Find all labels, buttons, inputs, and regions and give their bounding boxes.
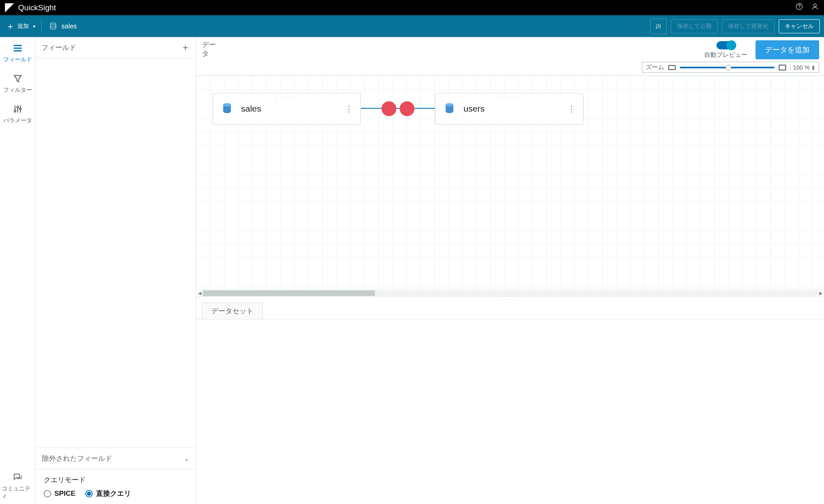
canvas-h-scrollbar[interactable]: ◀ ▶ — [196, 289, 824, 297]
join-handle-right[interactable] — [400, 101, 414, 116]
fields-panel: フィールド ＋ 除外されたフィールド ⌄ クエリモード SPICE 直接クエリ — [35, 37, 196, 504]
sidebar-item-parameters[interactable]: パラメータ — [0, 98, 35, 128]
sidebar-item-filters[interactable]: フィルター — [0, 68, 35, 98]
join-handle-left[interactable] — [382, 101, 396, 116]
svg-point-11 — [223, 103, 231, 107]
table-node-users[interactable]: : : : : : : users ⋮ — [435, 93, 583, 124]
node-label: sales — [241, 104, 261, 114]
community-icon — [12, 472, 23, 483]
database-icon — [49, 22, 57, 30]
zoom-control[interactable]: ズーム 100 % ▲▼ — [642, 62, 819, 73]
sidebar-item-fields[interactable]: フィールド — [0, 37, 35, 68]
cancel-button[interactable]: キャンセル — [779, 19, 820, 33]
scroll-thumb[interactable] — [203, 290, 375, 296]
svg-point-9 — [19, 108, 21, 110]
left-sidebar: フィールド フィルター パラメータ コミュニティ — [0, 37, 35, 504]
workspace-title: データ — [202, 40, 218, 58]
join-link[interactable] — [361, 108, 435, 109]
svg-point-6 — [660, 26, 661, 27]
add-data-button[interactable]: データを追加 — [756, 40, 819, 59]
settings-sliders-icon[interactable] — [650, 19, 667, 34]
auto-preview-toggle[interactable] — [716, 41, 735, 49]
radio-icon — [44, 490, 51, 497]
help-icon[interactable] — [795, 2, 803, 13]
sidebar-item-community[interactable]: コミュニティ — [0, 466, 35, 504]
svg-point-8 — [16, 107, 18, 108]
fields-icon — [12, 43, 23, 54]
join-canvas[interactable]: : : : : : : sales ⋮ : : : : : : users — [196, 75, 824, 289]
zoom-label: ズーム — [646, 63, 664, 71]
grip-icon[interactable]: : : : : : : — [276, 96, 298, 100]
radio-icon — [85, 490, 93, 497]
more-icon[interactable]: ⋮ — [567, 104, 576, 114]
zoom-percent: 100 — [793, 64, 803, 71]
scroll-right-icon[interactable]: ▶ — [817, 290, 824, 296]
add-field-icon[interactable]: ＋ — [181, 41, 190, 54]
table-node-sales[interactable]: : : : : : : sales ⋮ — [213, 93, 361, 124]
database-icon — [220, 102, 234, 115]
parameters-icon — [12, 104, 23, 114]
tab-dataset[interactable]: データセット — [202, 303, 263, 319]
save-visualize-button[interactable]: 保存して視覚化 — [722, 19, 775, 33]
zoom-thumb[interactable] — [726, 65, 731, 70]
zoom-out-icon[interactable] — [668, 65, 676, 70]
query-mode: クエリモード SPICE 直接クエリ — [35, 469, 196, 504]
chevron-down-icon: ⌄ — [184, 455, 189, 462]
scroll-left-icon[interactable]: ◀ — [196, 290, 203, 296]
more-icon[interactable]: ⋮ — [345, 104, 353, 114]
plus-icon: ＋ — [6, 20, 15, 33]
user-icon[interactable] — [811, 2, 819, 13]
add-button[interactable]: ＋ 追加 ▾ — [0, 15, 41, 37]
add-label: 追加 — [17, 23, 29, 29]
svg-point-5 — [658, 24, 659, 26]
chevron-down-icon: ▾ — [33, 23, 35, 29]
vertical-splitter[interactable]: : : : : : : — [196, 297, 824, 303]
excluded-fields-toggle[interactable]: 除外されたフィールド ⌄ — [35, 448, 196, 469]
zoom-fit-icon[interactable] — [779, 65, 786, 70]
database-icon — [443, 102, 456, 115]
percent-sign: % — [805, 64, 810, 71]
preview-area — [196, 320, 824, 504]
sub-toolbar: ＋ 追加 ▾ sales 保存して公開 保存して視覚化 キャンセル — [0, 15, 824, 37]
fields-list — [35, 58, 196, 448]
auto-preview-label: 自動プレビュー — [704, 51, 747, 59]
svg-point-2 — [814, 4, 817, 7]
dataset-name: sales — [61, 23, 77, 30]
query-mode-title: クエリモード — [44, 475, 187, 485]
dataset-chip[interactable]: sales — [42, 22, 84, 30]
svg-point-13 — [446, 103, 454, 107]
node-label: users — [464, 104, 485, 114]
preview-tabs: データセット — [196, 303, 824, 320]
svg-point-3 — [50, 23, 56, 25]
svg-point-4 — [656, 27, 657, 28]
zoom-stepper-icon[interactable]: ▲▼ — [811, 65, 815, 70]
workspace: データ 自動プレビュー データを追加 ズーム 100 % ▲▼ — [196, 37, 824, 504]
fields-header-label: フィールド — [41, 43, 76, 52]
brand-text: QuickSight — [18, 3, 56, 12]
radio-spice[interactable]: SPICE — [44, 490, 75, 498]
filter-icon — [12, 73, 23, 84]
radio-direct-query[interactable]: 直接クエリ — [85, 489, 131, 498]
top-bar: QuickSight — [0, 0, 824, 15]
zoom-slider[interactable] — [680, 67, 775, 68]
grip-icon[interactable]: : : : : : : — [499, 96, 520, 100]
save-publish-button[interactable]: 保存して公開 — [671, 19, 718, 33]
svg-point-1 — [799, 8, 800, 9]
svg-point-7 — [14, 110, 16, 112]
quicksight-logo-icon — [5, 3, 14, 12]
brand: QuickSight — [5, 3, 56, 12]
